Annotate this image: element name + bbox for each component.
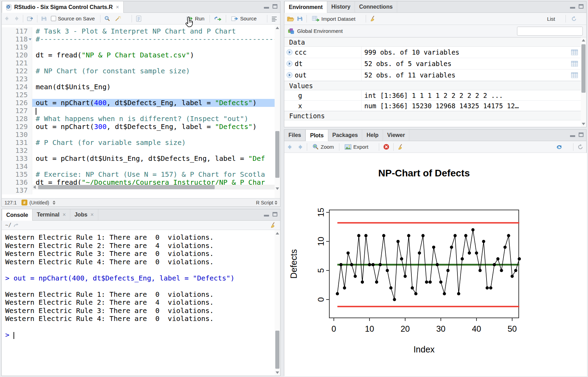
environment-selector[interactable]: Global Environment [297, 28, 348, 34]
line-number[interactable]: 118 [2, 35, 32, 43]
editor-line[interactable]: 133out = pChart(dt$Units_Eng, dt$Defects… [2, 155, 280, 163]
environment-object-row[interactable]: dt52 obs. of 5 variables [284, 58, 581, 70]
editor-line[interactable]: 128# What happens when n is different? (… [2, 115, 280, 123]
editor-line[interactable]: 132 [2, 147, 280, 155]
environment-search-input[interactable] [521, 28, 584, 34]
tab-plots[interactable]: Plots [305, 130, 328, 141]
source-on-save-checkbox[interactable] [51, 16, 56, 21]
environment-vertical-scrollbar[interactable] [581, 37, 586, 127]
environment-object-row[interactable]: out52 obs. of 11 variables [284, 70, 581, 81]
minimize-icon[interactable] [264, 212, 269, 217]
refresh-plot-icon[interactable] [577, 144, 583, 150]
line-number[interactable]: 136 [2, 178, 32, 186]
maximize-icon[interactable] [273, 4, 277, 9]
save-workspace-icon[interactable] [297, 16, 303, 21]
line-number[interactable]: 122 [2, 67, 32, 75]
line-number[interactable]: 126 [2, 99, 32, 107]
line-number[interactable]: 125 [2, 91, 32, 99]
goto-directory-icon[interactable] [14, 223, 19, 228]
tab-jobs[interactable]: Jobs× [70, 209, 98, 220]
document-outline-icon[interactable] [271, 16, 277, 21]
minimize-icon[interactable] [570, 4, 575, 9]
maximize-icon[interactable] [579, 4, 583, 9]
editor-line[interactable]: 124mean(dt$Units_Eng) [2, 83, 280, 91]
line-number[interactable]: 130 [2, 131, 32, 139]
line-number[interactable]: 117 [2, 27, 32, 35]
expand-object-icon[interactable] [286, 72, 293, 78]
line-number[interactable]: 132 [2, 147, 32, 155]
code-tools-button[interactable] [113, 15, 128, 22]
editor-line[interactable]: 122# NP Chart (for constant sample size) [2, 67, 280, 75]
editor-line[interactable]: 123 [2, 75, 280, 83]
source-on-save-toggle[interactable]: Source on Save [50, 15, 96, 22]
popout-icon[interactable] [27, 16, 33, 21]
line-number[interactable]: 131 [2, 139, 32, 147]
environment-search[interactable] [517, 27, 583, 36]
export-plot-button[interactable]: Export [343, 143, 375, 150]
line-number[interactable]: 133 [2, 155, 32, 163]
editor-vertical-scrollbar[interactable] [275, 25, 280, 198]
tab-files[interactable]: Files [284, 130, 305, 141]
editor-line[interactable]: 120dt = fread("NP & P Chart Dataset.csv"… [2, 51, 280, 59]
environment-object-row[interactable]: xnum [1:366] 15230 12968 14325 14175 12… [284, 101, 581, 111]
line-number[interactable]: 127 [2, 107, 32, 115]
minimize-icon[interactable] [570, 133, 575, 137]
maximize-icon[interactable] [579, 132, 583, 137]
remove-plot-icon[interactable] [383, 144, 390, 150]
rerun-icon[interactable] [214, 16, 222, 21]
editor-line[interactable]: 135# Exercise: NP Chart (Use N = 157) & … [2, 171, 280, 178]
line-number[interactable]: 129 [2, 123, 32, 131]
document-selector[interactable]: # (Untitled) [21, 200, 55, 205]
fold-arrow-icon[interactable] [29, 38, 32, 40]
previous-plot-icon[interactable] [287, 144, 294, 150]
close-icon[interactable]: × [116, 4, 119, 10]
tab-help[interactable]: Help [362, 130, 383, 141]
file-type-selector[interactable]: R Script [256, 200, 277, 205]
line-number[interactable]: 134 [2, 163, 32, 171]
editor-line[interactable]: 121 [2, 59, 280, 67]
line-number[interactable]: 119 [2, 43, 32, 51]
maximize-icon[interactable] [273, 212, 277, 217]
line-number[interactable]: 137 [2, 186, 32, 194]
editor-line[interactable]: 125 [2, 91, 280, 99]
load-workspace-folder-icon[interactable] [287, 16, 294, 22]
compile-report-icon[interactable] [136, 16, 142, 22]
view-dataset-grid-icon[interactable] [571, 72, 578, 78]
editor-line[interactable]: 134 [2, 163, 280, 171]
editor-horizontal-scrollbar[interactable] [33, 185, 275, 190]
environment-object-row[interactable]: ccc999 obs. of 10 variables [284, 47, 581, 58]
forward-arrow-icon[interactable] [13, 16, 19, 21]
line-number[interactable]: 135 [2, 171, 32, 178]
tab-packages[interactable]: Packages [328, 130, 363, 141]
next-plot-icon[interactable] [296, 144, 303, 150]
tab-connections[interactable]: Connections [355, 1, 397, 12]
close-icon[interactable]: × [63, 212, 66, 218]
clear-console-broom-icon[interactable] [270, 222, 277, 228]
tab-terminal[interactable]: Terminal× [33, 209, 70, 220]
editor-line[interactable]: 127 [2, 107, 280, 115]
clear-environment-broom-icon[interactable] [370, 16, 376, 22]
tab-source-file[interactable]: R RStudio - Six Sigma Control Charts.R × [2, 1, 124, 13]
line-number[interactable]: 120 [2, 51, 32, 59]
line-number[interactable]: 128 [2, 115, 32, 123]
console-vertical-scrollbar[interactable] [275, 230, 280, 376]
environment-object-list[interactable]: Dataccc999 obs. of 10 variablesdt52 obs.… [284, 37, 581, 127]
tab-viewer[interactable]: Viewer [383, 130, 409, 141]
expand-object-icon[interactable] [286, 49, 293, 55]
import-dataset-button[interactable]: Import Dataset [311, 15, 362, 22]
minimize-icon[interactable] [264, 4, 269, 9]
find-icon[interactable] [104, 16, 110, 22]
zoom-plot-button[interactable]: Zoom [311, 143, 335, 151]
editor-line[interactable]: 126out = npChart(400, dt$Defects_Eng, la… [2, 99, 280, 107]
code-editor[interactable]: 117# Task 3 - Plot & Interpret NP Chart … [2, 25, 280, 198]
expand-object-icon[interactable] [286, 61, 293, 67]
editor-line[interactable]: 129out = npChart(300, dt$Defects_Eng, la… [2, 123, 280, 131]
clear-all-plots-broom-icon[interactable] [398, 144, 404, 150]
tab-environment[interactable]: Environment [284, 1, 327, 13]
line-number[interactable]: 121 [2, 59, 32, 67]
editor-line[interactable]: 119 [2, 43, 280, 51]
line-number[interactable]: 123 [2, 75, 32, 83]
editor-line[interactable]: 130 [2, 131, 280, 139]
view-dataset-grid-icon[interactable] [571, 61, 578, 67]
environment-object-row[interactable]: gint [1:366] 1 1 1 1 2 2 2 2 2 2 ... [284, 90, 581, 101]
